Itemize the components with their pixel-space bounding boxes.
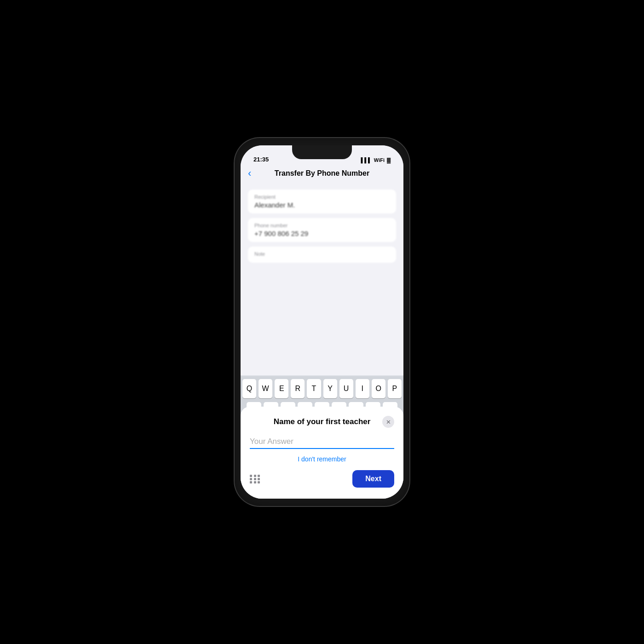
page-title: Transfer By Phone Number <box>275 169 369 178</box>
answer-input[interactable] <box>250 437 394 446</box>
key-q[interactable]: Q <box>242 379 256 398</box>
next-button[interactable]: Next <box>352 470 394 488</box>
key-r[interactable]: R <box>291 379 305 398</box>
phone-screen: 21:35 ▌▌▌ WiFi ▓ ‹ Transfer By Phone Num… <box>241 145 403 499</box>
close-button[interactable]: ✕ <box>382 416 394 428</box>
recipient-label: Recipient <box>254 194 390 200</box>
phone-value: +7 900 806 25 29 <box>254 230 390 237</box>
key-o[interactable]: O <box>372 379 385 398</box>
keyboard-toggle-icon[interactable] <box>250 475 261 483</box>
modal-title: Name of your first teacher <box>262 417 382 426</box>
phone-field-group: Phone number +7 900 806 25 29 <box>248 218 396 242</box>
key-i[interactable]: I <box>356 379 369 398</box>
status-time: 21:35 <box>253 156 269 163</box>
back-button[interactable]: ‹ <box>248 168 251 178</box>
notch <box>292 145 352 159</box>
note-field-group: Note <box>248 247 396 263</box>
nav-bar: ‹ Transfer By Phone Number <box>241 166 403 182</box>
content-area: Recipient Alexander M. Phone number +7 9… <box>241 182 403 375</box>
phone-label: Phone number <box>254 223 390 228</box>
forgot-link[interactable]: I don't remember <box>250 455 394 463</box>
key-w[interactable]: W <box>259 379 272 398</box>
keyboard-row-1: Q W E R T Y U I O P <box>242 379 402 398</box>
modal-header: Name of your first teacher ✕ <box>250 416 394 428</box>
status-icons: ▌▌▌ WiFi ▓ <box>361 157 391 163</box>
battery-icon: ▓ <box>387 157 391 163</box>
security-question-modal: Name of your first teacher ✕ I don't rem… <box>241 407 403 499</box>
recipient-field-group: Recipient Alexander M. <box>248 190 396 213</box>
key-p[interactable]: P <box>388 379 402 398</box>
signal-icon: ▌▌▌ <box>361 157 371 163</box>
recipient-value: Alexander M. <box>254 201 390 209</box>
answer-input-wrapper[interactable] <box>250 437 394 449</box>
note-label: Note <box>254 251 390 257</box>
modal-actions: Next <box>250 470 394 488</box>
wifi-icon: WiFi <box>374 157 385 163</box>
key-e[interactable]: E <box>275 379 288 398</box>
phone-device: 21:35 ▌▌▌ WiFi ▓ ‹ Transfer By Phone Num… <box>235 138 409 506</box>
key-y[interactable]: Y <box>323 379 337 398</box>
key-t[interactable]: T <box>307 379 321 398</box>
key-u[interactable]: U <box>339 379 353 398</box>
